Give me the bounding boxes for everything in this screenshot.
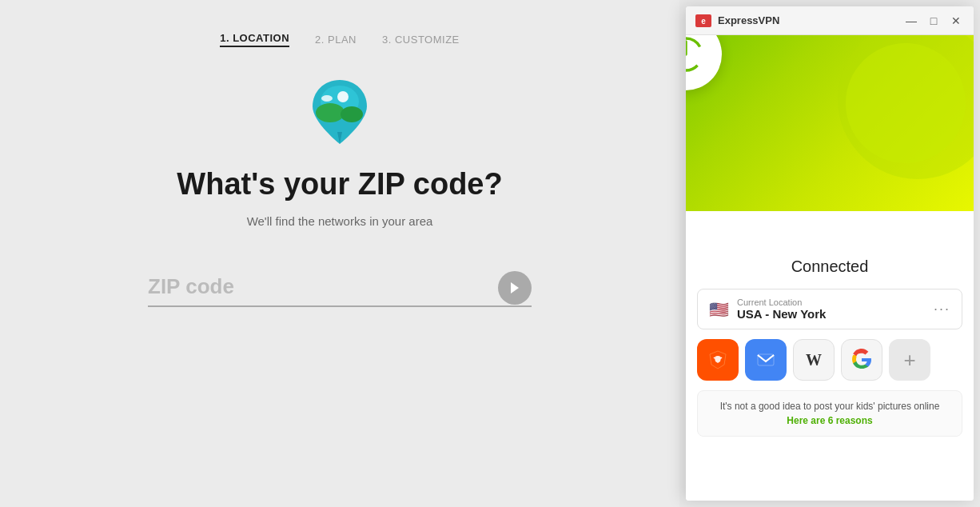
svg-rect-9: [758, 354, 774, 365]
add-shortcut-button[interactable]: +: [889, 339, 930, 381]
connected-status: Connected: [791, 257, 869, 275]
vpn-main-content: Connected 🇺🇸 Current Location USA - New …: [686, 35, 974, 501]
steps-navigation: 1. LOCATION 2. PLAN 3. CUSTOMIZE: [220, 32, 460, 47]
subtitle-text: We'll find the networks in your area: [247, 214, 433, 228]
title-bar: e ExpressVPN — □ ✕: [686, 6, 974, 35]
info-bar: It's not a good idea to post your kids' …: [697, 390, 962, 437]
circle-decoration-inner: [846, 43, 966, 163]
google-shortcut[interactable]: [841, 339, 882, 381]
wikipedia-shortcut[interactable]: W: [793, 339, 835, 381]
vpn-top-area: [686, 35, 974, 211]
expressvpn-panel: e ExpressVPN — □ ✕: [686, 6, 974, 501]
location-name: USA - New York: [737, 307, 926, 321]
svg-text:e: e: [701, 17, 706, 26]
zip-input[interactable]: [148, 268, 532, 307]
step-customize[interactable]: 3. CUSTOMIZE: [382, 34, 460, 46]
vpn-status-section: Connected: [686, 211, 974, 289]
close-button[interactable]: ✕: [948, 13, 964, 29]
location-info: Current Location USA - New York: [737, 297, 926, 321]
zip-input-wrapper: [148, 268, 532, 307]
svg-point-4: [321, 95, 333, 102]
setup-wizard-panel: 1. LOCATION 2. PLAN 3. CUSTOMIZE: [0, 0, 679, 507]
zip-submit-button[interactable]: [498, 271, 532, 305]
add-icon: +: [903, 349, 915, 370]
usa-flag-icon: 🇺🇸: [709, 300, 729, 319]
location-icon: [308, 76, 372, 151]
location-label: Current Location: [737, 297, 926, 307]
expressvpn-logo: e: [695, 14, 711, 27]
gmail-shortcut[interactable]: [745, 339, 787, 381]
step-plan[interactable]: 2. PLAN: [315, 34, 357, 46]
gmail-icon: [755, 349, 777, 371]
step-location[interactable]: 1. LOCATION: [220, 32, 289, 47]
svg-point-7: [686, 38, 702, 70]
app-title: ExpressVPN: [718, 14, 903, 26]
main-heading: What's your ZIP code?: [177, 167, 502, 202]
info-link[interactable]: Here are 6 reasons: [707, 415, 952, 426]
brave-shortcut[interactable]: [697, 339, 739, 381]
svg-point-2: [341, 106, 363, 122]
maximize-button[interactable]: □: [926, 13, 942, 29]
svg-point-1: [316, 103, 345, 122]
brave-icon: [707, 349, 729, 371]
minimize-button[interactable]: —: [903, 13, 919, 29]
wikipedia-w: W: [806, 351, 822, 369]
google-icon: [851, 349, 873, 371]
window-controls: — □ ✕: [903, 13, 964, 29]
power-icon: [686, 37, 703, 72]
location-more-button[interactable]: ···: [934, 301, 950, 317]
power-button[interactable]: [686, 35, 722, 90]
current-location-card[interactable]: 🇺🇸 Current Location USA - New York ···: [697, 289, 962, 329]
app-shortcuts: W +: [697, 339, 962, 381]
info-text: It's not a good idea to post your kids' …: [707, 401, 952, 412]
svg-point-3: [337, 91, 349, 102]
arrow-right-icon: [511, 282, 519, 293]
